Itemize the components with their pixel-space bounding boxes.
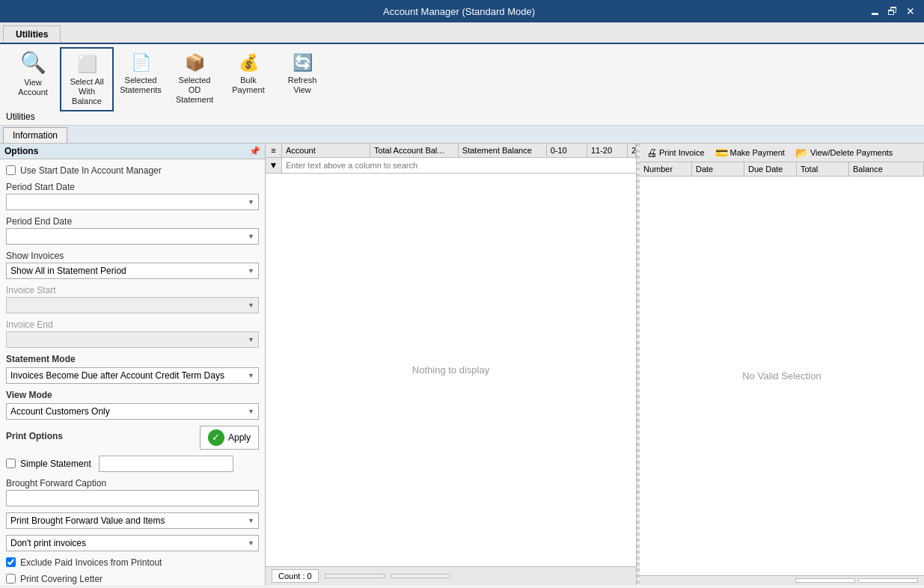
- print-brought-forward-wrapper: Print Brought Forward Value and Items Pr…: [6, 512, 259, 529]
- view-mode-select[interactable]: Account Customers Only All Customers Cas…: [6, 403, 259, 420]
- col-header-11-20[interactable]: 11-20: [587, 144, 628, 157]
- print-invoice-icon: 🖨: [646, 147, 657, 159]
- simple-statement-label: Simple Statement: [20, 459, 91, 469]
- invoice-end-row: Invoice End: [6, 319, 259, 348]
- invoice-footer-box-2: [858, 578, 918, 583]
- no-valid-selection-text: No Valid Selection: [742, 370, 821, 382]
- print-options-header: Print Options ✓ Apply: [6, 426, 259, 450]
- view-delete-icon: 📂: [795, 147, 808, 159]
- period-start-date-label: Period Start Date: [6, 182, 259, 192]
- print-covering-checkbox[interactable]: [6, 574, 16, 584]
- period-end-date-label: Period End Date: [6, 216, 259, 227]
- footer-btn-2[interactable]: [391, 574, 450, 578]
- col-header-0-10[interactable]: 0-10: [547, 144, 587, 157]
- apply-button[interactable]: ✓ Apply: [200, 426, 259, 450]
- print-brought-forward-select[interactable]: Print Brought Forward Value and Items Pr…: [6, 512, 259, 529]
- grid-header: ≡ Account Total Account Bal... Statement…: [266, 144, 636, 158]
- dont-print-invoices-row: Don't print invoices Print All Invoices …: [6, 535, 259, 551]
- statement-mode-select[interactable]: Invoices Become Due after Account Credit…: [6, 367, 259, 384]
- period-start-date-wrapper: 02/03/2021: [6, 194, 259, 210]
- refresh-view-label: RefreshView: [288, 76, 317, 95]
- use-start-date-checkbox[interactable]: [6, 165, 16, 175]
- options-title: Options: [4, 146, 38, 156]
- footer-btn-1[interactable]: [325, 574, 385, 578]
- invoice-start-label: Invoice Start: [6, 285, 259, 295]
- dont-print-invoices-wrapper: Don't print invoices Print All Invoices …: [6, 535, 259, 551]
- col-header-stmt-bal[interactable]: Statement Balance: [459, 144, 547, 157]
- window-controls: 🗕 🗗 ✕: [867, 4, 918, 19]
- selected-statements-button[interactable]: 📄 SelectedStatements: [114, 47, 168, 111]
- exclude-paid-row: Exclude Paid Invoices from Printout: [6, 557, 259, 568]
- inv-col-duedate[interactable]: Due Date: [744, 162, 797, 176]
- invoice-end-wrapper: [6, 331, 259, 348]
- inv-col-total[interactable]: Total: [797, 162, 849, 176]
- inv-col-number[interactable]: Number: [640, 162, 692, 176]
- simple-statement-input[interactable]: [99, 456, 233, 472]
- make-payment-button[interactable]: 💳 Make Payment: [713, 146, 787, 159]
- show-invoices-wrapper: Show All in Statement Period Show None S…: [6, 263, 259, 279]
- restore-button[interactable]: 🗗: [885, 4, 900, 19]
- print-invoice-button[interactable]: 🖨 Print Invoice: [644, 146, 707, 159]
- selected-od-label: Selected ODStatement: [174, 76, 215, 105]
- refresh-view-button[interactable]: 🔄 RefreshView: [275, 47, 329, 111]
- invoice-grid-body: No Valid Selection: [640, 177, 924, 575]
- inv-col-date[interactable]: Date: [692, 162, 744, 176]
- inv-col-balance[interactable]: Balance: [849, 162, 924, 176]
- window-title: Account Manager (Standard Mode): [51, 6, 867, 17]
- invoice-header: Number Date Due Date Total Balance: [640, 162, 924, 177]
- simple-statement-row: Simple Statement: [6, 456, 259, 472]
- invoice-start-select[interactable]: [6, 297, 259, 313]
- toolbar-buttons-row: 🔍 ViewAccount ⬜ Select AllWith Balance 📄…: [6, 47, 329, 111]
- selected-od-statement-button[interactable]: 📦 Selected ODStatement: [168, 47, 221, 111]
- no-data-text: Nothing to display: [412, 364, 489, 376]
- apply-icon: ✓: [208, 429, 224, 446]
- count-box: Count : 0: [272, 569, 319, 583]
- select-all-balance-button[interactable]: ⬜ Select AllWith Balance: [60, 47, 114, 111]
- minimize-button[interactable]: 🗕: [867, 4, 882, 19]
- print-options-label: Print Options: [6, 431, 63, 441]
- search-row: ▼: [266, 158, 636, 174]
- view-mode-label: View Mode: [6, 390, 259, 400]
- toolbar: 🔍 ViewAccount ⬜ Select AllWith Balance 📄…: [0, 44, 924, 126]
- options-pin-icon: 📌: [249, 146, 260, 156]
- brought-forward-caption-input[interactable]: [6, 490, 259, 506]
- exclude-paid-checkbox[interactable]: [6, 557, 16, 567]
- info-tab-bar: Information: [0, 126, 924, 144]
- show-invoices-select[interactable]: Show All in Statement Period Show None S…: [6, 263, 259, 279]
- select-all-icon: ⬜: [77, 55, 97, 74]
- col-header-total-bal[interactable]: Total Account Bal...: [370, 144, 459, 157]
- close-button[interactable]: ✕: [903, 4, 918, 19]
- bulk-payment-button[interactable]: 💰 BulkPayment: [221, 47, 275, 111]
- col-header-account[interactable]: Account: [282, 144, 370, 157]
- options-panel-header: Options 📌: [0, 144, 265, 159]
- info-tab-information[interactable]: Information: [3, 127, 67, 143]
- select-all-label: Select AllWith Balance: [67, 77, 106, 107]
- title-bar: Account Manager (Standard Mode) 🗕 🗗 ✕: [0, 0, 924, 22]
- tab-utilities[interactable]: Utilities: [3, 25, 61, 43]
- period-end-date-input[interactable]: 02/03/2021: [6, 228, 259, 245]
- print-covering-row: Print Covering Letter: [6, 574, 259, 584]
- bulk-payment-label: BulkPayment: [232, 76, 264, 95]
- dont-print-invoices-select[interactable]: Don't print invoices Print All Invoices …: [6, 535, 259, 551]
- selected-od-icon: 📦: [185, 53, 205, 73]
- selected-statements-icon: 📄: [131, 53, 151, 73]
- invoice-start-row: Invoice Start: [6, 285, 259, 313]
- view-mode-row: View Mode Account Customers Only All Cus…: [6, 390, 259, 420]
- col-header-last[interactable]: 2: [628, 144, 636, 157]
- view-delete-payments-button[interactable]: 📂 View/Delete Payments: [793, 146, 895, 159]
- grid-handle: ≡: [266, 144, 282, 157]
- view-account-icon: 🔍: [20, 50, 46, 75]
- invoice-start-wrapper: [6, 297, 259, 313]
- utilities-group-label: Utilities: [6, 111, 329, 122]
- invoice-end-label: Invoice End: [6, 319, 259, 330]
- print-covering-label: Print Covering Letter: [20, 574, 103, 584]
- options-panel: Options 📌 Use Start Date In Account Mana…: [0, 144, 266, 585]
- make-payment-icon: 💳: [715, 147, 728, 159]
- invoice-footer: [640, 575, 924, 585]
- view-account-button[interactable]: 🔍 ViewAccount: [6, 47, 60, 111]
- search-input[interactable]: [282, 158, 636, 173]
- simple-statement-checkbox[interactable]: [6, 459, 16, 468]
- brought-forward-caption-label: Brought Forward Caption: [6, 478, 259, 489]
- period-start-date-input[interactable]: 02/03/2021: [6, 194, 259, 210]
- invoice-end-select[interactable]: [6, 331, 259, 348]
